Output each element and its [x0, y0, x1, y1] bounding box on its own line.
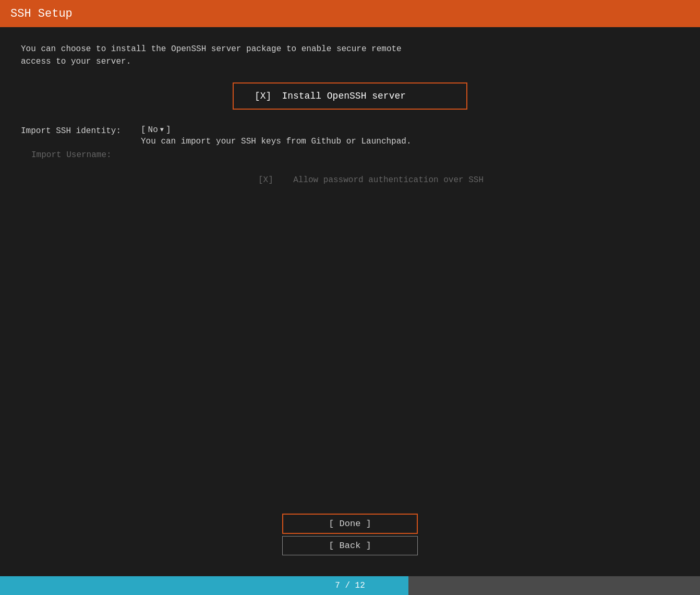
password-auth-label: Allow password authentication over SSH — [293, 175, 484, 185]
buttons-section: [ Done ] [ Back ] — [21, 514, 679, 555]
progress-text: 7 / 12 — [335, 581, 365, 590]
dropdown-close-bracket: ] — [166, 125, 171, 135]
import-identity-value-block: [ No ▼ ] You can import your SSH keys fr… — [141, 125, 411, 146]
description-line2: access to your server. — [21, 57, 131, 66]
page-title: SSH Setup — [10, 7, 73, 20]
footer: 7 / 12 — [0, 576, 700, 595]
dropdown-open-bracket: [ — [141, 125, 146, 135]
install-openssh-section: [X] Install OpenSSH server — [21, 82, 679, 110]
import-identity-row: Import SSH identity: [ No ▼ ] You can im… — [21, 125, 679, 146]
spacer — [21, 200, 679, 514]
import-identity-dropdown[interactable]: [ No ▼ ] — [141, 125, 411, 135]
install-openssh-checkbox[interactable]: [X] Install OpenSSH server — [255, 91, 445, 101]
import-username-label: Import Username: — [31, 150, 112, 160]
password-auth-row: [X] Allow password authentication over S… — [21, 175, 679, 185]
import-identity-label: Import SSH identity: — [21, 125, 136, 136]
password-auth-text: [X] Allow password authentication over S… — [258, 175, 484, 185]
back-button[interactable]: [ Back ] — [282, 536, 418, 555]
description: You can choose to install the OpenSSH se… — [21, 43, 679, 68]
import-identity-hint: You can import your SSH keys from Github… — [141, 137, 411, 146]
header: SSH Setup — [0, 0, 700, 27]
import-identity-value: No — [148, 125, 158, 135]
password-auth-checkbox: [X] — [258, 175, 273, 185]
import-username-row: Import Username: — [21, 150, 679, 160]
install-openssh-label: Install OpenSSH server — [282, 91, 406, 101]
progress-bar-container: 7 / 12 — [0, 576, 700, 595]
main-content: You can choose to install the OpenSSH se… — [0, 27, 700, 576]
install-openssh-check: [X] — [255, 91, 271, 101]
description-line1: You can choose to install the OpenSSH se… — [21, 44, 402, 54]
done-button[interactable]: [ Done ] — [282, 514, 418, 534]
install-openssh-container[interactable]: [X] Install OpenSSH server — [233, 82, 467, 110]
dropdown-arrow-icon: ▼ — [160, 126, 164, 134]
